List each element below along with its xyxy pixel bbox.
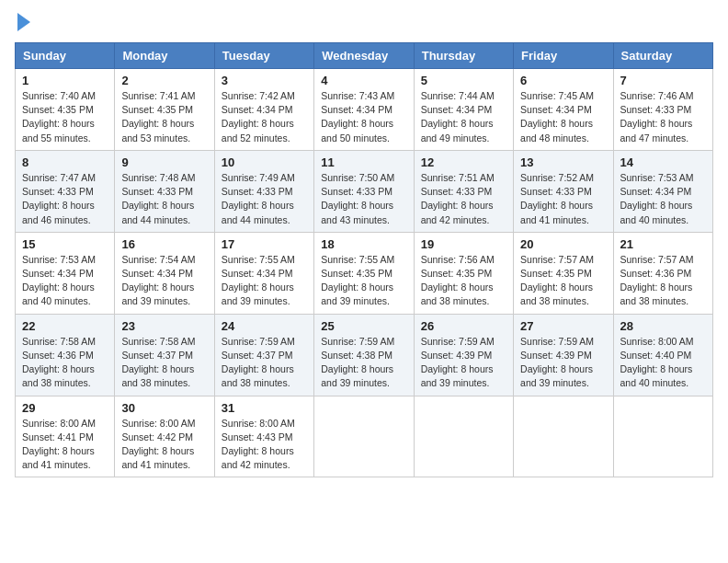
calendar-cell [613,396,712,477]
weekday-header-monday: Monday [115,43,214,69]
sunset-label: Sunset: 4:35 PM [520,268,592,279]
sunset-label: Sunset: 4:33 PM [321,186,392,197]
calendar-cell: 27 Sunrise: 7:59 AM Sunset: 4:39 PM Dayl… [514,314,613,396]
daylight-label: Daylight: 8 hours and 42 minutes. [222,445,294,470]
sunrise-label: Sunrise: 7:55 AM [321,254,394,265]
day-number: 19 [421,237,506,251]
sunrise-label: Sunrise: 7:48 AM [121,172,195,183]
day-number: 3 [222,74,307,87]
daylight-label: Daylight: 8 hours and 50 minutes. [321,118,393,143]
day-info: Sunrise: 7:59 AM Sunset: 4:39 PM Dayligh… [421,335,506,391]
sunset-label: Sunset: 4:34 PM [22,268,94,279]
calendar-cell: 9 Sunrise: 7:48 AM Sunset: 4:33 PM Dayli… [115,150,214,232]
day-number: 24 [222,319,307,333]
day-info: Sunrise: 7:59 AM Sunset: 4:37 PM Dayligh… [222,335,307,391]
calendar-table: SundayMondayTuesdayWednesdayThursdayFrid… [15,42,713,477]
day-info: Sunrise: 8:00 AM Sunset: 4:40 PM Dayligh… [620,335,706,391]
day-number: 30 [121,401,207,415]
day-info: Sunrise: 7:49 AM Sunset: 4:33 PM Dayligh… [222,171,307,227]
day-info: Sunrise: 7:53 AM Sunset: 4:34 PM Dayligh… [620,171,706,227]
day-info: Sunrise: 7:48 AM Sunset: 4:33 PM Dayligh… [121,171,207,227]
calendar-cell: 14 Sunrise: 7:53 AM Sunset: 4:34 PM Dayl… [613,150,712,232]
day-number: 1 [22,74,108,87]
day-info: Sunrise: 7:42 AM Sunset: 4:34 PM Dayligh… [222,89,307,145]
sunset-label: Sunset: 4:41 PM [22,431,94,442]
day-info: Sunrise: 8:00 AM Sunset: 4:41 PM Dayligh… [22,417,108,473]
calendar-cell: 25 Sunrise: 7:59 AM Sunset: 4:38 PM Dayl… [314,314,414,396]
day-info: Sunrise: 7:57 AM Sunset: 4:35 PM Dayligh… [520,253,606,309]
calendar-cell: 31 Sunrise: 8:00 AM Sunset: 4:43 PM Dayl… [214,396,313,477]
calendar-cell [514,396,613,477]
daylight-label: Daylight: 8 hours and 43 minutes. [321,200,393,224]
day-number: 9 [121,155,207,169]
calendar-cell: 5 Sunrise: 7:44 AM Sunset: 4:34 PM Dayli… [414,69,513,151]
sunrise-label: Sunrise: 8:00 AM [22,418,96,429]
daylight-label: Daylight: 8 hours and 38 minutes. [121,363,194,388]
sunset-label: Sunset: 4:38 PM [321,350,392,361]
daylight-label: Daylight: 8 hours and 49 minutes. [421,118,494,143]
day-info: Sunrise: 7:58 AM Sunset: 4:37 PM Dayligh… [121,335,207,391]
sunset-label: Sunset: 4:43 PM [222,431,293,442]
weekday-header-thursday: Thursday [414,43,513,69]
sunset-label: Sunset: 4:37 PM [222,350,293,361]
day-info: Sunrise: 7:54 AM Sunset: 4:34 PM Dayligh… [121,253,207,309]
day-number: 29 [22,401,108,415]
daylight-label: Daylight: 8 hours and 39 minutes. [421,363,494,388]
weekday-header-row: SundayMondayTuesdayWednesdayThursdayFrid… [16,43,713,69]
day-number: 16 [121,237,207,251]
day-info: Sunrise: 7:55 AM Sunset: 4:35 PM Dayligh… [321,253,406,309]
sunrise-label: Sunrise: 7:44 AM [421,90,495,101]
day-info: Sunrise: 7:43 AM Sunset: 4:34 PM Dayligh… [321,89,406,145]
day-info: Sunrise: 7:41 AM Sunset: 4:35 PM Dayligh… [121,89,207,145]
calendar-cell: 28 Sunrise: 8:00 AM Sunset: 4:40 PM Dayl… [613,314,712,396]
day-number: 21 [620,237,706,251]
sunset-label: Sunset: 4:34 PM [121,268,193,279]
calendar-cell: 12 Sunrise: 7:51 AM Sunset: 4:33 PM Dayl… [414,150,513,232]
sunrise-label: Sunrise: 7:55 AM [222,254,295,265]
calendar-cell: 11 Sunrise: 7:50 AM Sunset: 4:33 PM Dayl… [314,150,414,232]
sunrise-label: Sunrise: 7:53 AM [22,254,96,265]
day-number: 5 [421,74,506,87]
sunrise-label: Sunrise: 8:00 AM [222,418,295,429]
calendar-cell: 23 Sunrise: 7:58 AM Sunset: 4:37 PM Dayl… [115,314,214,396]
calendar-cell: 16 Sunrise: 7:54 AM Sunset: 4:34 PM Dayl… [115,232,214,314]
day-info: Sunrise: 7:52 AM Sunset: 4:33 PM Dayligh… [520,171,606,227]
daylight-label: Daylight: 8 hours and 38 minutes. [22,363,95,388]
weekday-header-saturday: Saturday [613,43,712,69]
day-info: Sunrise: 7:58 AM Sunset: 4:36 PM Dayligh… [22,335,108,391]
calendar-cell: 3 Sunrise: 7:42 AM Sunset: 4:34 PM Dayli… [214,69,313,151]
day-number: 2 [121,74,207,87]
sunrise-label: Sunrise: 7:57 AM [520,254,594,265]
sunrise-label: Sunrise: 7:52 AM [520,172,594,183]
sunset-label: Sunset: 4:33 PM [22,186,94,197]
sunset-label: Sunset: 4:34 PM [321,104,392,115]
logo [15,15,30,31]
sunset-label: Sunset: 4:42 PM [121,431,193,442]
daylight-label: Daylight: 8 hours and 39 minutes. [520,363,593,388]
sunrise-label: Sunrise: 7:46 AM [620,90,694,101]
day-info: Sunrise: 7:57 AM Sunset: 4:36 PM Dayligh… [620,253,706,309]
day-info: Sunrise: 7:50 AM Sunset: 4:33 PM Dayligh… [321,171,406,227]
day-number: 17 [222,237,307,251]
daylight-label: Daylight: 8 hours and 39 minutes. [222,282,294,306]
day-info: Sunrise: 7:40 AM Sunset: 4:35 PM Dayligh… [22,89,108,145]
day-info: Sunrise: 8:00 AM Sunset: 4:43 PM Dayligh… [222,417,307,473]
daylight-label: Daylight: 8 hours and 41 minutes. [520,200,593,224]
day-number: 22 [22,319,108,333]
daylight-label: Daylight: 8 hours and 41 minutes. [22,445,95,470]
daylight-label: Daylight: 8 hours and 39 minutes. [121,282,194,306]
daylight-label: Daylight: 8 hours and 38 minutes. [520,282,593,306]
day-number: 31 [222,401,307,415]
sunrise-label: Sunrise: 7:45 AM [520,90,594,101]
day-info: Sunrise: 7:59 AM Sunset: 4:38 PM Dayligh… [321,335,406,391]
daylight-label: Daylight: 8 hours and 38 minutes. [620,282,693,306]
day-number: 8 [22,155,108,169]
daylight-label: Daylight: 8 hours and 46 minutes. [22,200,95,224]
sunrise-label: Sunrise: 7:59 AM [421,336,495,347]
calendar-cell: 26 Sunrise: 7:59 AM Sunset: 4:39 PM Dayl… [414,314,513,396]
sunset-label: Sunset: 4:36 PM [620,268,692,279]
sunset-label: Sunset: 4:34 PM [421,104,493,115]
sunset-label: Sunset: 4:37 PM [121,350,193,361]
sunrise-label: Sunrise: 7:58 AM [121,336,195,347]
sunset-label: Sunset: 4:35 PM [121,104,193,115]
